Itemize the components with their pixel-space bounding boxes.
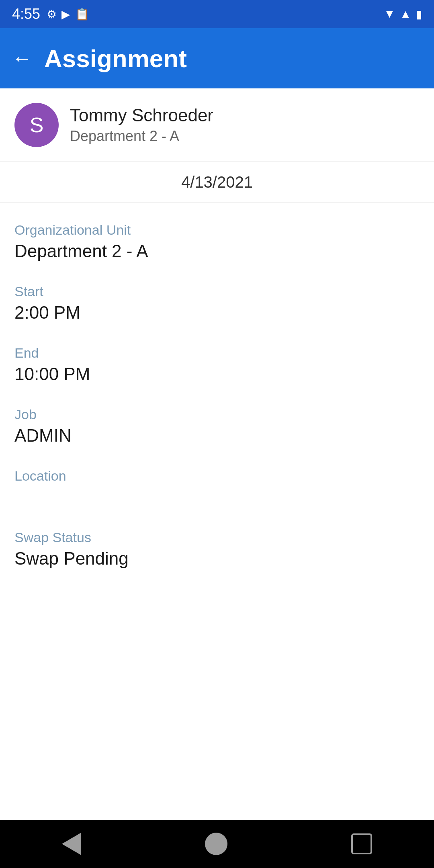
clipboard-icon: 📋 <box>75 8 89 21</box>
end-label: End <box>14 345 420 361</box>
play-protect-icon: ▶ <box>61 8 70 21</box>
nav-recents-icon <box>351 833 372 854</box>
avatar-initial: S <box>30 113 44 137</box>
settings-icon: ⚙ <box>47 8 57 21</box>
nav-back-button[interactable] <box>62 833 81 855</box>
status-bar: 4:55 ⚙ ▶ 📋 ▼ ▲ ▮ <box>0 0 434 28</box>
start-label: Start <box>14 284 420 299</box>
status-bar-left: 4:55 ⚙ ▶ 📋 <box>12 6 89 23</box>
page-title: Assignment <box>44 44 187 73</box>
status-time: 4:55 <box>12 6 40 23</box>
field-location: Location <box>14 457 420 518</box>
wifi-icon: ▼ <box>384 8 395 20</box>
location-value <box>14 487 420 507</box>
battery-icon: ▮ <box>416 8 422 21</box>
user-header: S Tommy Schroeder Department 2 - A <box>0 88 434 162</box>
nav-home-icon <box>205 833 227 855</box>
status-icons-left: ⚙ ▶ 📋 <box>47 8 89 21</box>
field-end: End 10:00 PM <box>14 334 420 395</box>
field-organizational-unit: Organizational Unit Department 2 - A <box>14 211 420 272</box>
back-button[interactable]: ← <box>12 47 32 70</box>
field-swap-status: Swap Status Swap Pending <box>14 518 420 580</box>
nav-home-button[interactable] <box>205 833 227 855</box>
org-unit-value: Department 2 - A <box>14 241 420 261</box>
nav-back-icon <box>62 833 81 855</box>
app-bar: ← Assignment <box>0 28 434 88</box>
field-job: Job ADMIN <box>14 395 420 457</box>
user-name: Tommy Schroeder <box>70 105 213 125</box>
job-label: Job <box>14 407 420 422</box>
location-label: Location <box>14 468 420 484</box>
signal-icon: ▲ <box>400 8 411 20</box>
content-area: Organizational Unit Department 2 - A Sta… <box>0 203 434 820</box>
field-start: Start 2:00 PM <box>14 272 420 334</box>
start-value: 2:00 PM <box>14 303 420 323</box>
user-department: Department 2 - A <box>70 128 213 145</box>
swap-status-label: Swap Status <box>14 530 420 545</box>
avatar: S <box>14 103 59 147</box>
org-unit-label: Organizational Unit <box>14 222 420 238</box>
date-section: 4/13/2021 <box>0 162 434 203</box>
job-value: ADMIN <box>14 426 420 446</box>
back-arrow-icon: ← <box>12 47 32 70</box>
end-value: 10:00 PM <box>14 364 420 384</box>
bottom-nav <box>0 820 434 868</box>
nav-recents-button[interactable] <box>351 833 372 854</box>
swap-status-value: Swap Pending <box>14 549 420 569</box>
user-info: Tommy Schroeder Department 2 - A <box>70 105 213 145</box>
status-icons-right: ▼ ▲ ▮ <box>384 8 422 21</box>
date-value: 4/13/2021 <box>181 173 253 191</box>
